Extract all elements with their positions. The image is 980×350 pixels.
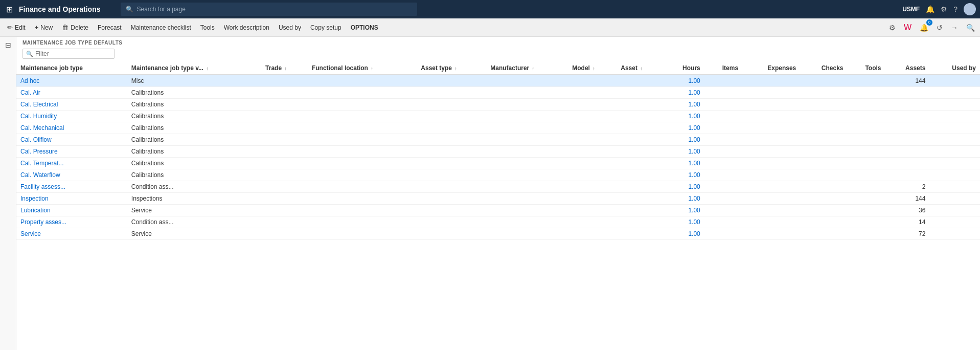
personalize-icon[interactable]: ⚙ xyxy=(887,21,898,34)
forecast-button[interactable]: Forecast xyxy=(94,23,126,33)
table-row[interactable]: Ad hocMisc1.00144 xyxy=(16,75,980,87)
office-icon[interactable]: W xyxy=(902,21,914,34)
cell-job-type[interactable]: Service xyxy=(16,228,127,240)
table-row[interactable]: Cal. AirCalibrations1.00 xyxy=(16,87,980,99)
col-manufacturer[interactable]: Manufacturer ↑ xyxy=(486,62,568,75)
table-row[interactable]: ServiceService1.0072 xyxy=(16,228,980,240)
used-by-button[interactable]: Used by xyxy=(275,23,305,33)
col-expenses[interactable]: Expenses xyxy=(742,62,800,75)
col-maintenance-job-type-v[interactable]: Maintenance job type v... ↑ xyxy=(127,62,261,75)
cell-functional-location xyxy=(308,134,417,146)
table-row[interactable]: LubricationService1.0036 xyxy=(16,205,980,216)
cell-expenses xyxy=(742,87,800,99)
cell-tools xyxy=(848,146,885,158)
col-tools[interactable]: Tools xyxy=(848,62,885,75)
table-row[interactable]: Cal. WaterflowCalibrations1.00 xyxy=(16,169,980,181)
table-row[interactable]: Property asses...Condition ass...1.0014 xyxy=(16,216,980,228)
cell-expenses xyxy=(742,75,800,87)
cell-job-type[interactable]: Cal. Air xyxy=(16,87,127,99)
options-button[interactable]: OPTIONS xyxy=(347,23,382,33)
cell-model xyxy=(568,158,617,169)
cell-job-type-v: Service xyxy=(127,228,261,240)
table-row[interactable]: Cal. MechanicalCalibrations1.00 xyxy=(16,122,980,134)
cell-used-by xyxy=(929,99,980,111)
table-row[interactable]: Facility assess...Condition ass...1.002 xyxy=(16,181,980,193)
cell-job-type[interactable]: Lubrication xyxy=(16,205,127,216)
col-asset-type[interactable]: Asset type ↑ xyxy=(417,62,486,75)
cell-used-by xyxy=(929,169,980,181)
cell-hours: 1.00 xyxy=(664,205,704,216)
col-asset[interactable]: Asset ↑ xyxy=(617,62,664,75)
tools-button[interactable]: Tools xyxy=(196,23,219,33)
col-items[interactable]: Items xyxy=(704,62,742,75)
cell-job-type[interactable]: Property asses... xyxy=(16,216,127,228)
cell-job-type-v: Calibrations xyxy=(127,87,261,99)
cell-job-type[interactable]: Facility assess... xyxy=(16,181,127,193)
avatar[interactable] xyxy=(964,3,976,15)
edit-button[interactable]: ✏ Edit xyxy=(3,22,30,33)
cell-job-type[interactable]: Cal. Pressure xyxy=(16,146,127,158)
col-model[interactable]: Model ↑ xyxy=(568,62,617,75)
grid-menu-button[interactable]: ⊞ xyxy=(4,3,15,16)
work-description-button[interactable]: Work description xyxy=(220,23,274,33)
col-functional-location[interactable]: Functional location ↑ xyxy=(308,62,417,75)
cell-used-by xyxy=(929,75,980,87)
filter-bar: 🔍 xyxy=(16,47,980,62)
cell-manufacturer xyxy=(486,193,568,205)
table-row[interactable]: Cal. Temperat...Calibrations1.00 xyxy=(16,158,980,169)
cell-trade xyxy=(261,205,308,216)
cell-checks xyxy=(800,181,847,193)
cell-job-type[interactable]: Cal. Humidity xyxy=(16,111,127,122)
refresh-icon[interactable]: ↺ xyxy=(935,21,945,34)
cell-manufacturer xyxy=(486,75,568,87)
cell-trade xyxy=(261,134,308,146)
cell-manufacturer xyxy=(486,169,568,181)
global-search[interactable]: 🔍 xyxy=(121,3,417,16)
cell-job-type[interactable]: Cal. Oilflow xyxy=(16,134,127,146)
sort-arrow-at: ↑ xyxy=(454,66,457,71)
filter-panel-icon[interactable]: ⊟ xyxy=(5,41,11,49)
col-checks[interactable]: Checks xyxy=(800,62,847,75)
col-assets[interactable]: Assets xyxy=(885,62,929,75)
cell-hours: 1.00 xyxy=(664,99,704,111)
cell-job-type[interactable]: Ad hoc xyxy=(16,75,127,87)
filter-input[interactable] xyxy=(35,50,111,57)
search-bar-toggle[interactable]: 🔍 xyxy=(964,21,977,34)
col-used-by[interactable]: Used by xyxy=(929,62,980,75)
cell-asset xyxy=(617,146,664,158)
maintenance-checklist-button[interactable]: Maintenance checklist xyxy=(127,23,195,33)
delete-button[interactable]: 🗑 Delete xyxy=(58,22,93,33)
table-row[interactable]: Cal. HumidityCalibrations1.00 xyxy=(16,111,980,122)
cell-job-type[interactable]: Cal. Waterflow xyxy=(16,169,127,181)
cell-items xyxy=(704,111,742,122)
col-maintenance-job-type[interactable]: Maintenance job type xyxy=(16,62,127,75)
col-trade[interactable]: Trade ↑ xyxy=(261,62,308,75)
filter-input-wrapper[interactable]: 🔍 xyxy=(22,49,115,59)
col-hours[interactable]: Hours xyxy=(664,62,704,75)
notification-wrapper: 🔔 0 xyxy=(918,21,930,34)
cell-items xyxy=(704,158,742,169)
table-row[interactable]: Cal. ElectricalCalibrations1.00 xyxy=(16,99,980,111)
help-icon[interactable]: ? xyxy=(953,5,958,13)
new-button[interactable]: + New xyxy=(31,22,57,33)
settings-icon[interactable]: ⚙ xyxy=(941,5,947,13)
main-content: MAINTENANCE JOB TYPE DEFAULTS 🔍 Maintena… xyxy=(16,37,980,350)
table-row[interactable]: InspectionInspections1.00144 xyxy=(16,193,980,205)
cell-job-type[interactable]: Cal. Mechanical xyxy=(16,122,127,134)
cell-functional-location xyxy=(308,216,417,228)
cell-hours: 1.00 xyxy=(664,75,704,87)
plus-icon: + xyxy=(35,24,39,31)
cell-asset xyxy=(617,205,664,216)
search-input[interactable] xyxy=(136,6,412,13)
cell-job-type[interactable]: Cal. Temperat... xyxy=(16,158,127,169)
cell-asset-type xyxy=(417,122,486,134)
table-row[interactable]: Cal. PressureCalibrations1.00 xyxy=(16,146,980,158)
cell-job-type-v: Condition ass... xyxy=(127,181,261,193)
copy-setup-button[interactable]: Copy setup xyxy=(306,23,346,33)
cell-job-type[interactable]: Cal. Electrical xyxy=(16,99,127,111)
bell-icon[interactable]: 🔔 xyxy=(926,5,935,13)
forward-icon[interactable]: → xyxy=(949,21,960,34)
cell-job-type[interactable]: Inspection xyxy=(16,193,127,205)
cell-tools xyxy=(848,134,885,146)
table-row[interactable]: Cal. OilflowCalibrations1.00 xyxy=(16,134,980,146)
